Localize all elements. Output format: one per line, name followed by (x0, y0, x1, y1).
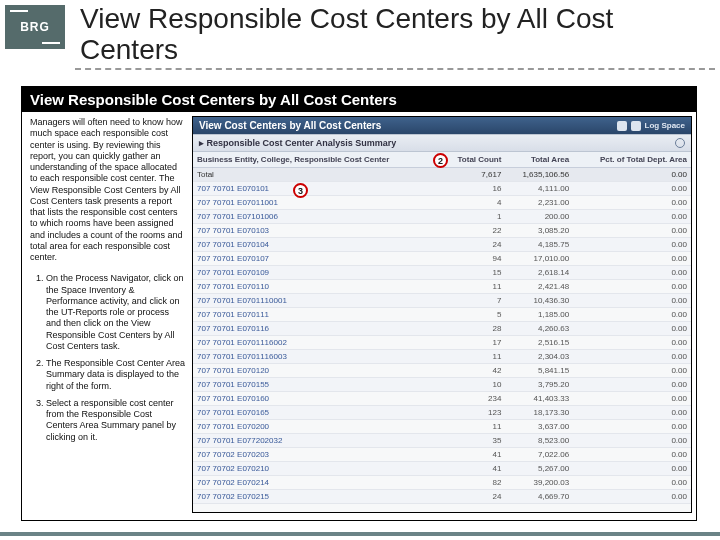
table-row[interactable]: 707 70701 E070110112,421.480.00 (193, 280, 691, 294)
cell-name: 707 70701 E070200 (193, 420, 441, 434)
table-row[interactable]: 707 70701 E070200113,637.000.00 (193, 420, 691, 434)
cell-count: 16 (441, 182, 505, 196)
cell-name: 707 70701 E070155 (193, 378, 441, 392)
print-icon[interactable] (617, 121, 627, 131)
cell-name: 707 70701 E07101006 (193, 210, 441, 224)
export-icon[interactable] (631, 121, 641, 131)
report-panel: View Cost Centers by All Cost Centers Lo… (192, 116, 692, 513)
cell-pct: 0.00 (573, 168, 691, 182)
table-row[interactable]: 707 70701 E071010061200.000.00 (193, 210, 691, 224)
table-row[interactable]: 707 70701 E070116284,260.630.00 (193, 322, 691, 336)
title-divider (75, 68, 715, 70)
table-row[interactable]: 707 70702 E070203417,022.060.00 (193, 448, 691, 462)
cell-area: 18,173.30 (505, 406, 573, 420)
cell-pct: 0.00 (573, 322, 691, 336)
section-heading: View Responsible Cost Centers by All Cos… (22, 87, 696, 112)
cell-pct: 0.00 (573, 476, 691, 490)
cell-name: 707 70701 E070160 (193, 392, 441, 406)
table-row[interactable]: 707 70701 E07011151,185.000.00 (193, 308, 691, 322)
table-row[interactable]: 707 70701 E070101164,111.000.00 (193, 182, 691, 196)
cell-area: 200.00 (505, 210, 573, 224)
cell-count: 4 (441, 196, 505, 210)
cell-name: 707 70701 E0701116003 (193, 350, 441, 364)
panel-titlebar: View Cost Centers by All Cost Centers Lo… (193, 117, 691, 134)
cell-pct: 0.00 (573, 252, 691, 266)
summary-header: ▸ Responsible Cost Center Analysis Summa… (193, 134, 691, 152)
body-row: Managers will often need to know how muc… (22, 112, 696, 517)
table-row[interactable]: 707 70701 E07016023441,403.330.00 (193, 392, 691, 406)
cell-pct: 0.00 (573, 378, 691, 392)
step-item: On the Process Navigator, click on the S… (46, 273, 186, 352)
table-row[interactable]: 707 70701 E0701116003112,304.030.00 (193, 350, 691, 364)
col-pct: Pct. of Total Dept. Area (573, 152, 691, 168)
cell-pct: 0.00 (573, 350, 691, 364)
cell-pct: 0.00 (573, 224, 691, 238)
table-row[interactable]: 707 70701 E0701110001710,436.300.00 (193, 294, 691, 308)
cell-pct: 0.00 (573, 308, 691, 322)
instruction-column: Managers will often need to know how muc… (22, 112, 192, 517)
cell-name: 707 70702 E070215 (193, 490, 441, 504)
cell-pct: 0.00 (573, 462, 691, 476)
footer-divider (0, 532, 720, 536)
cell-area: 2,618.14 (505, 266, 573, 280)
table-row[interactable]: 707 70701 E07016512318,173.300.00 (193, 406, 691, 420)
cell-name: Total (193, 168, 441, 182)
table-row[interactable]: 707 70701 E070104244,185.750.00 (193, 238, 691, 252)
cell-name: 707 70701 E070101 (193, 182, 441, 196)
intro-paragraph: Managers will often need to know how muc… (30, 117, 186, 263)
log-space-link[interactable]: Log Space (645, 121, 685, 130)
cell-pct: 0.00 (573, 196, 691, 210)
cell-pct: 0.00 (573, 448, 691, 462)
cell-name: 707 70701 E070109 (193, 266, 441, 280)
callout-3: 3 (293, 183, 308, 198)
cell-count: 7,617 (441, 168, 505, 182)
brg-logo: BRG (5, 5, 65, 49)
table-row[interactable]: 707 70701 E070155103,795.200.00 (193, 378, 691, 392)
table-row[interactable]: 707 70701 E077202032358,523.000.00 (193, 434, 691, 448)
cell-count: 1 (441, 210, 505, 224)
cell-name: 707 70701 E07011001 (193, 196, 441, 210)
cell-name: 707 70702 E070203 (193, 448, 441, 462)
col-entity: Business Entity, College, Responsible Co… (193, 152, 441, 168)
table-row[interactable]: Total7,6171,635,106.560.00 (193, 168, 691, 182)
cell-name: 707 70701 E070111 (193, 308, 441, 322)
gear-icon[interactable] (675, 138, 685, 148)
table-row[interactable]: 707 70701 E0701116002172,516.150.00 (193, 336, 691, 350)
cell-area: 17,010.00 (505, 252, 573, 266)
cell-count: 94 (441, 252, 505, 266)
table-row[interactable]: 707 70702 E070215244,669.700.00 (193, 490, 691, 504)
cell-pct: 0.00 (573, 280, 691, 294)
table-row[interactable]: 707 70701 E070120425,841.150.00 (193, 364, 691, 378)
table-row[interactable]: 707 70701 E0701079417,010.000.00 (193, 252, 691, 266)
logo-text: BRG (20, 20, 50, 34)
cell-count: 234 (441, 392, 505, 406)
cell-pct: 0.00 (573, 210, 691, 224)
cell-area: 4,111.00 (505, 182, 573, 196)
cell-area: 2,304.03 (505, 350, 573, 364)
table-row[interactable]: 707 70701 E0701100142,231.000.00 (193, 196, 691, 210)
cell-count: 10 (441, 378, 505, 392)
summary-table-wrap: Business Entity, College, Responsible Co… (193, 152, 691, 504)
cell-pct: 0.00 (573, 420, 691, 434)
cell-pct: 0.00 (573, 336, 691, 350)
cell-area: 3,085.20 (505, 224, 573, 238)
callout-2: 2 (433, 153, 448, 168)
cell-name: 707 70702 E070214 (193, 476, 441, 490)
cell-name: 707 70701 E070120 (193, 364, 441, 378)
cell-name: 707 70701 E0701116002 (193, 336, 441, 350)
cell-count: 82 (441, 476, 505, 490)
table-row[interactable]: 707 70702 E0702148239,200.030.00 (193, 476, 691, 490)
cell-name: 707 70701 E070104 (193, 238, 441, 252)
cell-count: 5 (441, 308, 505, 322)
table-row[interactable]: 707 70702 E070210415,267.000.00 (193, 462, 691, 476)
cell-area: 39,200.03 (505, 476, 573, 490)
cell-pct: 0.00 (573, 406, 691, 420)
cell-pct: 0.00 (573, 392, 691, 406)
cell-count: 41 (441, 448, 505, 462)
cell-area: 1,185.00 (505, 308, 573, 322)
cell-count: 28 (441, 322, 505, 336)
table-row[interactable]: 707 70701 E070103223,085.200.00 (193, 224, 691, 238)
cell-name: 707 70701 E070110 (193, 280, 441, 294)
table-row[interactable]: 707 70701 E070109152,618.140.00 (193, 266, 691, 280)
cell-pct: 0.00 (573, 294, 691, 308)
